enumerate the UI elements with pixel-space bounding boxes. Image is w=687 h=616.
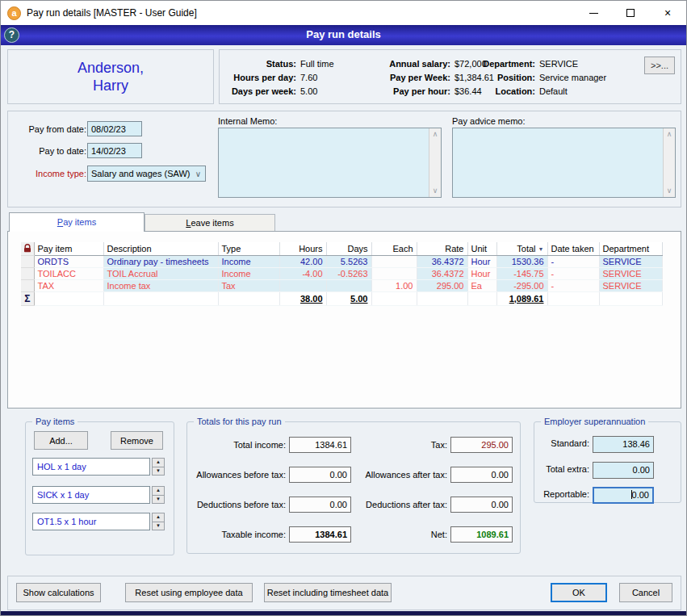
pay-to-date-input[interactable] bbox=[87, 143, 142, 158]
scroll-down-icon[interactable]: ∨ bbox=[664, 185, 675, 197]
minimize-button[interactable] bbox=[575, 1, 612, 25]
add-pay-item-button[interactable]: Add... bbox=[34, 431, 88, 450]
cell-date-taken[interactable]: - bbox=[547, 268, 599, 280]
sort-desc-icon: ▼ bbox=[538, 246, 544, 252]
income-type-select[interactable]: Salary and wages (SAW) ∨ bbox=[87, 166, 206, 182]
spin-up-icon[interactable]: ▲ bbox=[152, 458, 165, 467]
cell-date-taken[interactable]: - bbox=[547, 256, 599, 268]
cell-hours[interactable]: -4.00 bbox=[279, 268, 326, 280]
col-header-unit[interactable]: Unit bbox=[467, 242, 496, 256]
tax-field[interactable]: 295.00 bbox=[450, 437, 513, 453]
cell-total[interactable]: -145.75 bbox=[496, 268, 547, 280]
pay-advice-memo-scrollbar[interactable]: ∧ ∨ bbox=[663, 128, 675, 197]
dialog-banner: ? Pay run details bbox=[1, 25, 686, 45]
cell-pay-item[interactable]: TAX bbox=[34, 280, 103, 292]
col-header-days[interactable]: Days bbox=[326, 242, 371, 256]
quick-item-ot-field[interactable]: OT1.5 x 1 hour bbox=[32, 513, 150, 530]
col-header-hours[interactable]: Hours bbox=[279, 242, 326, 256]
reportable-super-label: Reportable: bbox=[534, 489, 589, 499]
cell-rate[interactable]: 36.4372 bbox=[417, 268, 467, 280]
cell-description[interactable]: Income tax bbox=[103, 280, 218, 292]
sigma-icon: Σ bbox=[21, 292, 34, 306]
status-value: Full time bbox=[300, 59, 334, 69]
spin-down-icon[interactable]: ▼ bbox=[152, 496, 165, 505]
cell-department[interactable]: SERVICE bbox=[599, 268, 662, 280]
quick-item-hol-field[interactable]: HOL x 1 day bbox=[32, 458, 150, 476]
cell-each[interactable] bbox=[371, 268, 417, 280]
table-row[interactable]: TAX Income tax Tax 1.00 295.00 Ea -295.0… bbox=[21, 280, 662, 292]
internal-memo-textarea[interactable]: ∧ ∨ bbox=[218, 128, 442, 198]
net-field[interactable]: 1089.61 bbox=[450, 526, 513, 543]
internal-memo-scrollbar[interactable]: ∧ ∨ bbox=[429, 128, 441, 197]
total-income-field[interactable]: 1384.61 bbox=[289, 437, 351, 453]
cell-date-taken[interactable]: - bbox=[547, 280, 599, 292]
cell-unit[interactable]: Hour bbox=[467, 256, 496, 268]
allowances-after-tax-field[interactable]: 0.00 bbox=[450, 467, 513, 483]
col-header-each[interactable]: Each bbox=[371, 242, 417, 256]
cell-pay-item[interactable]: ORDTS bbox=[34, 256, 103, 268]
cell-type[interactable]: Tax bbox=[218, 280, 279, 292]
cell-department[interactable]: SERVICE bbox=[599, 256, 662, 268]
cell-hours[interactable]: 42.00 bbox=[279, 256, 326, 268]
cell-total[interactable]: -295.00 bbox=[496, 280, 547, 292]
show-calculations-button[interactable]: Show calculations bbox=[16, 583, 101, 602]
col-header-department[interactable]: Department bbox=[599, 242, 662, 256]
spin-up-icon[interactable]: ▲ bbox=[152, 486, 165, 496]
spin-up-icon[interactable]: ▲ bbox=[152, 513, 165, 522]
reportable-super-field[interactable]: 0.00 bbox=[593, 487, 654, 504]
col-header-total[interactable]: Total▼ bbox=[496, 242, 547, 256]
pay-from-date-input[interactable] bbox=[87, 121, 142, 136]
scroll-down-icon[interactable]: ∨ bbox=[429, 185, 441, 197]
col-header-rate[interactable]: Rate bbox=[417, 242, 467, 256]
deductions-before-tax-field[interactable]: 0.00 bbox=[289, 497, 351, 513]
cell-days[interactable]: 5.5263 bbox=[326, 256, 371, 268]
col-header-date-taken[interactable]: Date taken bbox=[547, 242, 599, 256]
cell-type[interactable]: Income bbox=[218, 268, 279, 280]
cell-rate[interactable]: 295.00 bbox=[417, 280, 467, 292]
cell-unit[interactable]: Hour bbox=[467, 268, 496, 280]
tab-pay-items[interactable]: Pay items bbox=[9, 212, 145, 232]
cell-pay-item[interactable]: TOILACC bbox=[34, 268, 103, 280]
close-button[interactable]: × bbox=[649, 1, 686, 25]
title-bar: a Pay run details [MASTER - User Guide] … bbox=[1, 1, 686, 25]
cancel-button[interactable]: Cancel bbox=[619, 583, 672, 602]
cell-unit[interactable]: Ea bbox=[467, 280, 496, 292]
deductions-after-tax-field[interactable]: 0.00 bbox=[450, 497, 513, 513]
cell-description[interactable]: TOIL Accrual bbox=[103, 268, 218, 280]
ok-button[interactable]: OK bbox=[551, 583, 607, 602]
standard-super-field[interactable]: 138.46 bbox=[593, 436, 654, 453]
tab-leave-items[interactable]: Leave items bbox=[145, 214, 275, 232]
total-extra-super-field[interactable]: 0.00 bbox=[593, 462, 654, 479]
scroll-up-icon[interactable]: ∧ bbox=[429, 128, 441, 140]
maximize-button[interactable] bbox=[612, 1, 649, 25]
quick-item-sick-field[interactable]: SICK x 1 day bbox=[32, 486, 150, 504]
remove-pay-item-button[interactable]: Remove bbox=[111, 431, 163, 450]
spin-down-icon[interactable]: ▼ bbox=[152, 522, 165, 531]
taxable-income-field[interactable]: 1384.61 bbox=[289, 526, 351, 543]
cell-department[interactable]: SERVICE bbox=[599, 280, 662, 292]
allowances-before-tax-field[interactable]: 0.00 bbox=[289, 467, 351, 483]
spin-down-icon[interactable]: ▼ bbox=[152, 467, 165, 476]
table-row[interactable]: TOILACC TOIL Accrual Income -4.00 -0.526… bbox=[21, 268, 662, 280]
pay-advice-memo-textarea[interactable]: ∧ ∨ bbox=[452, 128, 676, 198]
cell-type[interactable]: Income bbox=[218, 256, 279, 268]
scroll-up-icon[interactable]: ∧ bbox=[664, 128, 675, 140]
cell-days[interactable]: -0.5263 bbox=[326, 268, 371, 280]
employee-name-line2: Harry bbox=[93, 77, 128, 94]
cell-each[interactable] bbox=[371, 256, 417, 268]
expand-details-button[interactable]: >>... bbox=[644, 57, 675, 74]
col-header-description[interactable]: Description bbox=[103, 242, 218, 256]
cell-each[interactable]: 1.00 bbox=[371, 280, 417, 292]
cell-total[interactable]: 1530.36 bbox=[496, 256, 547, 268]
pay-from-date-label: Pay from date: bbox=[10, 124, 86, 134]
cell-rate[interactable]: 36.4372 bbox=[417, 256, 467, 268]
table-row[interactable]: ORDTS Ordinary pay - timesheets Income 4… bbox=[21, 256, 662, 268]
reset-timesheet-data-button[interactable]: Reset including timesheet data bbox=[264, 583, 392, 602]
col-header-type[interactable]: Type bbox=[218, 242, 279, 256]
cell-days[interactable] bbox=[326, 280, 371, 292]
super-group-title: Employer superannuation bbox=[541, 417, 648, 426]
col-header-pay-item[interactable]: Pay item bbox=[34, 242, 103, 256]
cell-description[interactable]: Ordinary pay - timesheets bbox=[103, 256, 218, 268]
reset-employee-data-button[interactable]: Reset using employee data bbox=[125, 583, 253, 602]
cell-hours[interactable] bbox=[279, 280, 326, 292]
